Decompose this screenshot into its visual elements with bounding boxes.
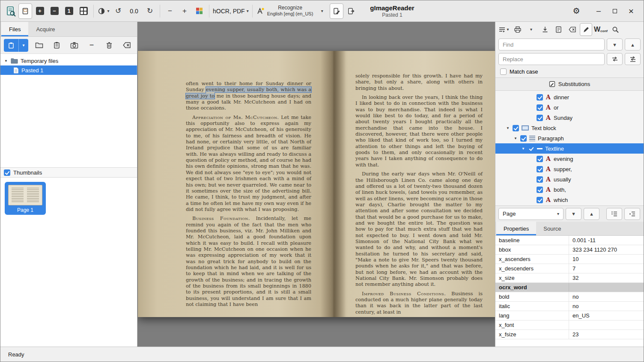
recognize-button[interactable]: Recognize English [eng] (en_US) (256, 3, 315, 19)
scanned-book-image[interactable]: often went to their home for Sunday dinn… (138, 51, 495, 317)
property-row[interactable]: x_descenders 7 (495, 264, 644, 273)
autolayout-button[interactable] (77, 3, 90, 19)
rotate-right-button[interactable]: ↻ (143, 3, 157, 19)
find-next-button[interactable]: ▾ (607, 39, 623, 50)
paste-icon[interactable] (4, 39, 18, 52)
tab-acquire[interactable]: Acquire (28, 22, 63, 36)
property-row[interactable]: baseline 0.001 -11 (495, 236, 644, 245)
replace-all-button[interactable] (625, 53, 641, 65)
property-value[interactable]: 10 (569, 255, 644, 264)
thumbnails-checkbox[interactable] (4, 169, 10, 176)
number-selections-button[interactable]: 1 (62, 3, 76, 19)
match-case-checkbox[interactable] (500, 68, 507, 75)
word-checkbox[interactable] (537, 187, 543, 193)
find-replace-toggle[interactable] (609, 23, 622, 36)
tab-properties[interactable]: Properties (496, 222, 536, 235)
tree-item-word[interactable]: A Sunday (495, 113, 644, 123)
paste-dropdown-chevron[interactable]: ▾ (18, 39, 28, 52)
clear-files-button[interactable] (120, 39, 134, 52)
page-selection-tool-button[interactable] (18, 3, 32, 19)
navigate-prev-button[interactable]: ▴ (584, 208, 599, 220)
collapse-all-button[interactable] (624, 208, 640, 220)
tree-item-temporary-files[interactable]: ▼ Temporary files (0, 56, 137, 65)
property-row[interactable]: x_font (495, 320, 644, 330)
property-value[interactable] (569, 320, 644, 329)
navigate-target-select[interactable]: Page ▾ (498, 208, 564, 220)
tree-item-paragraph[interactable]: ▼ Paragraph (495, 133, 644, 143)
find-prev-button[interactable]: ▴ (625, 39, 641, 50)
expander-icon[interactable]: ▼ (4, 59, 8, 63)
property-row[interactable]: x_fsize 23 (495, 330, 644, 339)
export-output-button[interactable] (344, 3, 358, 19)
maximize-button[interactable] (608, 5, 621, 18)
import-hocr-button[interactable] (539, 23, 551, 36)
property-row[interactable]: x_size 32 (495, 273, 644, 283)
property-row[interactable]: x_ascenders 10 (495, 255, 644, 264)
rotate-left-button[interactable]: ↺ (111, 3, 125, 19)
property-row[interactable]: italic no (495, 302, 644, 311)
tree-item-word[interactable]: A both, (495, 184, 644, 195)
zoom-out-button[interactable]: − (163, 3, 177, 19)
replace-input[interactable] (498, 53, 605, 65)
draw-boxes-toggle[interactable] (580, 23, 592, 36)
screenshot-button[interactable] (67, 39, 81, 52)
tree-item-textline-selected[interactable]: ▼ Textline (495, 143, 644, 154)
replace-button[interactable] (607, 53, 623, 65)
substitutions-button[interactable]: Substitutions (495, 77, 644, 91)
edit-output-button[interactable] (330, 3, 343, 19)
tree-item-word[interactable]: A or (495, 102, 644, 113)
property-value[interactable]: en_US (569, 311, 644, 320)
tree-item-word[interactable]: A dinner (495, 92, 644, 102)
navigate-next-button[interactable]: ▾ (566, 208, 581, 220)
expander-icon[interactable]: ▼ (506, 126, 510, 130)
property-value[interactable]: 7 (569, 264, 644, 273)
zoom-in-button[interactable]: + (178, 3, 191, 19)
paragraph-checkbox[interactable] (520, 135, 527, 142)
delete-file-button[interactable] (102, 39, 116, 52)
export-hocr-button[interactable] (511, 23, 524, 36)
rotation-angle-value[interactable]: 0.0 (126, 8, 142, 15)
image-filter-dropdown[interactable]: ▾ (97, 3, 110, 19)
property-row[interactable]: lang en_US (495, 311, 644, 320)
property-value[interactable]: no (569, 302, 644, 311)
expander-icon[interactable]: ▼ (521, 147, 525, 151)
textline-checkbox[interactable] (528, 145, 534, 152)
word-checkbox[interactable] (537, 197, 543, 203)
expand-all-button[interactable] (606, 208, 622, 220)
word-checkbox[interactable] (537, 94, 543, 101)
tree-item-pasted-1[interactable]: Pasted 1 (0, 65, 137, 75)
tree-item-word[interactable]: A evening (495, 154, 644, 164)
clear-hocr-button[interactable] (566, 23, 578, 36)
property-value[interactable]: 0.001 -11 (569, 236, 644, 245)
add-selection-button[interactable]: + (33, 3, 47, 19)
block-checkbox[interactable] (513, 125, 519, 131)
property-value[interactable]: 32 (569, 273, 644, 282)
property-value[interactable]: 23 (569, 330, 644, 339)
settings-gear-button[interactable]: ⚙ (570, 5, 583, 18)
zoom-original-button[interactable] (192, 3, 206, 19)
output-format-dropdown[interactable]: hOCR, PDF ▾ (212, 3, 249, 19)
paste-clipboard-button[interactable] (50, 39, 63, 52)
tree-item-text-block[interactable]: ▼ Text block (495, 123, 644, 133)
paste-split-button[interactable]: ▾ (4, 39, 28, 52)
word-checkbox[interactable] (537, 156, 543, 162)
open-hocr-document-button[interactable] (552, 23, 565, 36)
word-checkbox[interactable] (537, 104, 543, 111)
find-input[interactable] (498, 39, 605, 50)
export-options-dropdown[interactable]: ▾ (525, 23, 537, 36)
word-checkbox[interactable] (537, 166, 543, 172)
thumbnail-page-1[interactable]: Page 1 (5, 182, 46, 215)
word-checkbox[interactable] (537, 176, 543, 183)
show-confidence-toggle[interactable]: W conf (593, 23, 608, 36)
word-checkbox[interactable] (537, 115, 543, 121)
remove-selection-button[interactable]: − (48, 3, 61, 19)
minimize-button[interactable]: – (592, 5, 605, 18)
property-value[interactable]: no (569, 292, 644, 301)
open-file-button[interactable] (32, 39, 46, 52)
tree-item-word[interactable]: A usually (495, 174, 644, 184)
property-value[interactable]: 323 234 1120 270 (569, 245, 644, 254)
remove-page-button[interactable]: − (85, 39, 98, 52)
property-row[interactable]: bbox 323 234 1120 270 (495, 245, 644, 255)
property-row[interactable]: bold no (495, 292, 644, 302)
expander-icon[interactable]: ▼ (513, 136, 518, 140)
